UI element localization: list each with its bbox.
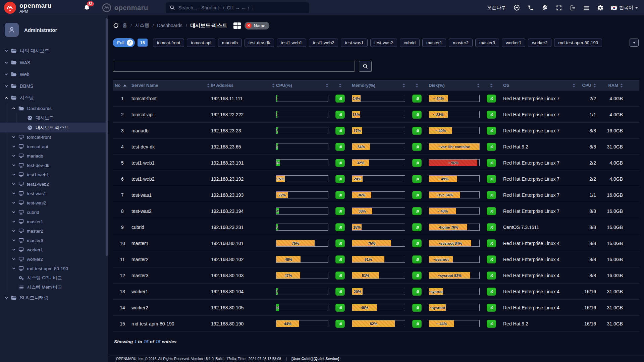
table-search-button[interactable] [359,61,372,72]
apm-monitor-icon[interactable] [513,4,520,11]
scroll-to-detail-button[interactable]: ↓0 [487,288,496,296]
scroll-to-detail-button[interactable]: ↓0 [487,304,496,312]
filter-tag[interactable]: test-dev-dk [245,39,274,47]
scroll-to-detail-button[interactable]: ↓0 [412,111,422,119]
settings-gear-icon[interactable] [597,4,604,11]
sidebar-item-대시보드[interactable]: 대시보드 [0,113,108,123]
sidebar-item-tomcat-front[interactable]: tomcat-front [0,132,108,142]
filter-tag[interactable]: rnd-test-apm-80-190 [554,39,602,47]
table-row[interactable]: 7test-was1192.168.23.19322%↓036%↓0~svc 6… [113,187,639,203]
breadcrumb-system[interactable]: 시스템 [135,22,149,28]
filter-chip-name[interactable]: ✕ Name [245,22,269,29]
scroll-to-detail-button[interactable]: ↓0 [487,191,496,199]
scroll-to-detail-button[interactable]: ↓0 [487,95,496,103]
table-row[interactable]: 4test-dev-dk192.168.23.652%↓034%↓0~var~l… [113,139,639,155]
scroll-to-detail-button[interactable]: ↓0 [335,288,345,296]
scroll-to-detail-button[interactable]: ↓0 [335,159,345,167]
filter-tag[interactable]: cubrid [400,39,420,47]
scroll-to-detail-button[interactable]: ↓0 [487,239,496,247]
refresh-icon[interactable] [113,22,119,29]
scroll-to-detail-button[interactable]: ↓0 [335,111,345,119]
menu-icon[interactable] [583,5,590,11]
filter-tag[interactable]: master2 [449,39,473,47]
scroll-to-detail-button[interactable]: ↓0 [335,239,345,247]
scroll-to-detail-button[interactable]: ↓0 [487,320,496,328]
table-row[interactable]: 12master3192.168.80.10347%↓051%↓0~sysroo… [113,267,639,284]
sidebar-item-시스템[interactable]: 시스템 [0,92,108,104]
filter-tag[interactable]: test-was2 [370,39,397,47]
fullscreen-icon[interactable] [556,5,562,11]
filter-tag[interactable]: master1 [422,39,446,47]
sidebar-item-WAS[interactable]: WAS [0,57,108,68]
filter-tag[interactable]: test1-web2 [309,39,338,47]
sidebar-item-worker2[interactable]: worker2 [0,254,108,264]
table-row[interactable]: 13worker1192.168.80.1043%↓020%↓0~sysroot… [113,284,639,300]
table-row[interactable]: 10master1192.168.80.10175%↓075%↓0~sysroo… [113,235,639,251]
scroll-to-detail-button[interactable]: ↓0 [412,255,422,263]
scroll-to-detail-button[interactable]: ↓0 [487,127,496,135]
remove-filter-icon[interactable]: ✕ [246,23,252,28]
phone-icon[interactable] [528,5,534,11]
col-ip[interactable]: IP Address [211,83,275,88]
sidebar-user[interactable]: Administrator [0,15,108,44]
scroll-to-detail-button[interactable]: ↓0 [412,127,422,135]
scroll-to-detail-button[interactable]: ↓0 [487,255,496,263]
sidebar-item-시스템-Mem-비교[interactable]: 시스템 Mem 비교 [0,283,108,292]
sidebar-scrollbar[interactable] [106,18,108,256]
table-row[interactable]: 3mariadb192.168.23.233%↓017%↓0~ 40%↓0Red… [113,123,639,139]
scroll-to-detail-button[interactable]: ↓0 [487,143,496,151]
breadcrumb-dashboards[interactable]: Dashboards [157,23,182,28]
scroll-to-detail-button[interactable]: ↓0 [412,207,422,215]
filter-tag[interactable]: tomcat-front [153,39,184,47]
filter-tag[interactable]: worker1 [502,39,525,47]
sidebar-item-test1-web2[interactable]: test1-web2 [0,179,108,189]
col-cpu-action[interactable] [330,83,351,87]
table-row[interactable]: 1tomcat-front192.168.11.1111%↓014%↓0~ 24… [113,90,639,107]
scroll-to-detail-button[interactable]: ↓0 [335,191,345,199]
sidebar-item-나의-대시보드[interactable]: 나의 대시보드 [0,45,108,57]
scroll-to-detail-button[interactable]: ↓0 [412,288,422,296]
scroll-to-detail-button[interactable]: ↓0 [335,272,345,280]
sidebar-item-master3[interactable]: master3 [0,236,108,245]
col-cpu[interactable]: CPU [577,83,596,88]
sidebar-item-SLA-모니터링[interactable]: SLA 모니터링 [0,292,108,304]
table-row[interactable]: 9cubrid192.168.23.2313%↓018%↓0~home 76%↓… [113,219,639,235]
sidebar-item-cubrid[interactable]: cubrid [0,207,108,217]
scroll-to-detail-button[interactable]: ↓0 [335,255,345,263]
global-search-input[interactable] [178,5,305,10]
scroll-to-detail-button[interactable]: ↓0 [412,304,422,312]
table-row[interactable]: 6test1-web2192.168.23.19215%↓020%↓0~ 49%… [113,171,639,187]
table-row[interactable]: 14worker2192.168.80.1054%↓048%↓0~sysroot… [113,300,639,316]
sidebar-item-worker1[interactable]: worker1 [0,245,108,254]
sidebar-item-test-dev-dk[interactable]: test-dev-dk [0,161,108,170]
sidebar-item-mariadb[interactable]: mariadb [0,151,108,161]
table-row[interactable]: 8test-was2192.168.23.1944%↓038%↓0~ 48%↓0… [113,203,639,219]
col-server-name[interactable]: Server Name [131,83,210,88]
table-row[interactable]: 11master2192.168.80.10248%↓061%↓0~sysroo… [113,251,639,267]
sidebar-item-rnd-test-apm-80-190[interactable]: rnd-test-apm-80-190 [0,264,108,273]
col-disk-action[interactable] [481,83,502,87]
scroll-to-detail-button[interactable]: ↓0 [412,95,422,103]
scroll-to-detail-button[interactable]: ↓0 [412,239,422,247]
sidebar-item-DBMS[interactable]: DBMS [0,80,108,92]
breadcrumb-home[interactable]: 홈 [122,22,127,28]
scroll-to-detail-button[interactable]: ↓0 [487,175,496,183]
bell-slash-icon[interactable] [541,4,548,11]
scroll-to-detail-button[interactable]: ↓0 [335,95,345,103]
sidebar-item-대시보드-리스트[interactable]: 대시보드-리스트 [0,123,108,132]
scroll-to-detail-button[interactable]: ↓0 [487,207,496,215]
scroll-to-detail-button[interactable]: ↓0 [335,207,345,215]
filter-tag[interactable]: tomcat-api [187,39,215,47]
filter-tag[interactable]: test-was1 [341,39,368,47]
scroll-to-detail-button[interactable]: ↓0 [487,111,496,119]
footer-links[interactable]: [User Guide] [Quick Service] [291,357,339,361]
sidebar-item-tomcat-api[interactable]: tomcat-api [0,142,108,151]
table-row[interactable]: 2tomcat-api192.168.22.2221%↓013%↓0~ 23%↓… [113,107,639,123]
scroll-to-detail-button[interactable]: ↓0 [335,143,345,151]
filter-tag[interactable]: master3 [475,39,499,47]
scroll-to-detail-button[interactable]: ↓0 [335,304,345,312]
tags-dropdown-button[interactable] [630,39,639,47]
col-os[interactable]: OS [503,83,575,88]
col-ram[interactable]: RAM [597,83,623,88]
notifications-button[interactable]: 82 [84,4,90,11]
